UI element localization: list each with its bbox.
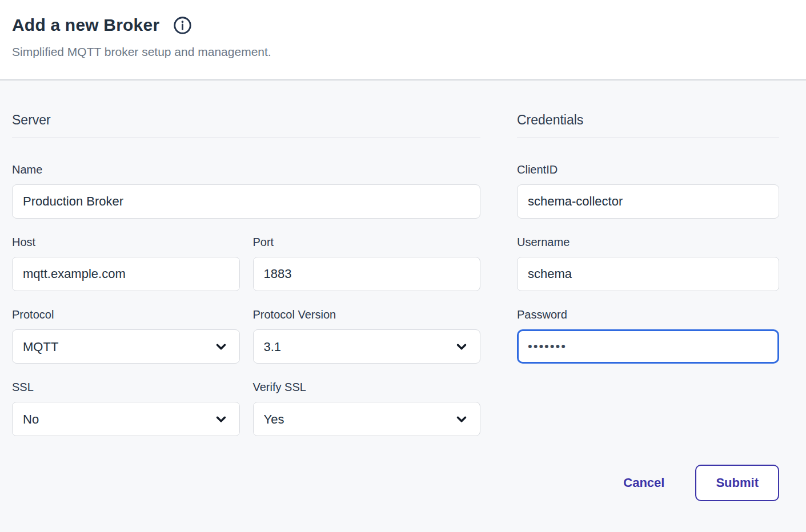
client-id-label: ClientID xyxy=(517,162,779,177)
password-input[interactable] xyxy=(517,329,779,364)
name-label: Name xyxy=(12,162,480,177)
username-label: Username xyxy=(517,235,779,249)
host-input[interactable] xyxy=(12,257,240,291)
submit-button[interactable]: Submit xyxy=(695,465,779,501)
protocol-version-select[interactable]: 3.1 xyxy=(253,329,481,364)
protocol-row: Protocol MQTT Protocol Version xyxy=(12,291,480,364)
page-title: Add a new Broker xyxy=(12,15,159,35)
host-label: Host xyxy=(12,235,240,249)
verify-ssl-select[interactable]: Yes xyxy=(253,402,481,436)
server-section: Server Name Host Port Protocol MQTT xyxy=(12,111,480,501)
client-id-input[interactable] xyxy=(517,184,779,219)
host-field-group: Host xyxy=(12,235,240,291)
page-subtitle: Simplified MQTT broker setup and managem… xyxy=(12,45,792,59)
port-field-group: Port xyxy=(253,235,481,291)
username-input[interactable] xyxy=(517,257,779,291)
protocol-version-field-group: Protocol Version 3.1 xyxy=(253,307,481,364)
port-label: Port xyxy=(253,235,481,249)
client-id-field-group: ClientID xyxy=(517,162,779,219)
ssl-select-wrap: No xyxy=(12,402,240,436)
protocol-select[interactable]: MQTT xyxy=(12,329,240,364)
verify-ssl-select-wrap: Yes xyxy=(253,402,481,436)
name-field-group: Name xyxy=(12,162,480,219)
name-input[interactable] xyxy=(12,184,480,219)
broker-form: Server Name Host Port Protocol MQTT xyxy=(0,80,806,501)
credentials-section: Credentials ClientID Username Password C… xyxy=(517,111,779,501)
server-section-title: Server xyxy=(12,111,480,128)
protocol-version-label: Protocol Version xyxy=(253,307,481,322)
page-header: Add a new Broker Simplified MQTT broker … xyxy=(0,0,806,80)
port-input[interactable] xyxy=(253,257,481,291)
cancel-button[interactable]: Cancel xyxy=(623,475,664,490)
protocol-label: Protocol xyxy=(12,307,240,322)
protocol-version-select-wrap: 3.1 xyxy=(253,329,481,364)
host-port-row: Host Port xyxy=(12,219,480,291)
username-field-group: Username xyxy=(517,235,779,291)
section-divider xyxy=(12,138,480,138)
credentials-section-title: Credentials xyxy=(517,111,779,128)
title-row: Add a new Broker xyxy=(12,15,792,35)
ssl-row: SSL No Verify SSL Yes xyxy=(12,364,480,436)
password-label: Password xyxy=(517,307,779,322)
info-circle-icon[interactable] xyxy=(173,16,192,35)
form-actions: Cancel Submit xyxy=(517,465,779,501)
ssl-label: SSL xyxy=(12,380,240,394)
ssl-field-group: SSL No xyxy=(12,380,240,436)
protocol-field-group: Protocol MQTT xyxy=(12,307,240,364)
ssl-select[interactable]: No xyxy=(12,402,240,436)
password-field-group: Password xyxy=(517,307,779,364)
verify-ssl-label: Verify SSL xyxy=(253,380,481,394)
section-divider xyxy=(517,138,779,138)
protocol-select-wrap: MQTT xyxy=(12,329,240,364)
verify-ssl-field-group: Verify SSL Yes xyxy=(253,380,481,436)
